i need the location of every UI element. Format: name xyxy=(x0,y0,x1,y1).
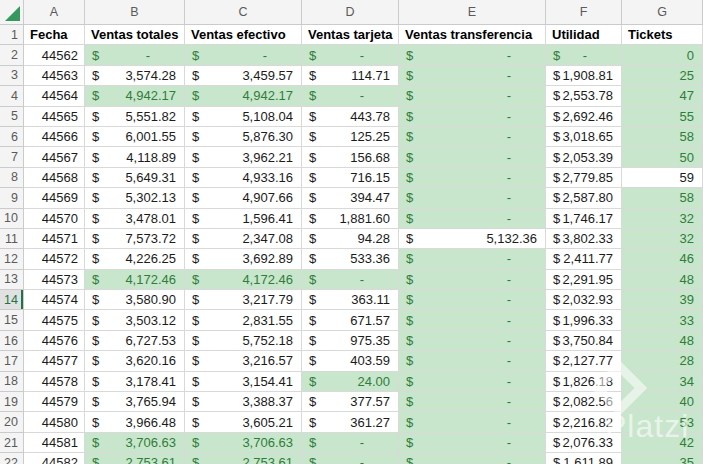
cell-D9[interactable]: $394.47 xyxy=(302,188,399,208)
cell-G14[interactable]: 39 xyxy=(622,290,703,310)
cell-E22[interactable]: $- xyxy=(399,453,546,464)
row-header-21[interactable]: 21 xyxy=(0,433,24,453)
cell-A17[interactable]: 44577 xyxy=(24,351,85,371)
cell-B9[interactable]: $5,302.13 xyxy=(85,188,185,208)
cell-D7[interactable]: $156.68 xyxy=(302,147,399,167)
row-header-19[interactable]: 19 xyxy=(0,392,24,412)
cell-A13[interactable]: 44573 xyxy=(24,270,85,290)
cell-F12[interactable]: $2,411.77 xyxy=(546,249,622,269)
cell-B18[interactable]: $3,178.41 xyxy=(85,372,185,392)
cell-G10[interactable]: 32 xyxy=(622,209,703,229)
cell-F1[interactable]: Utilidad xyxy=(546,25,622,45)
cell-F19[interactable]: $2,082.56 xyxy=(546,392,622,412)
row-header-18[interactable]: 18 xyxy=(0,372,24,392)
cell-F11[interactable]: $3,802.33 xyxy=(546,229,622,249)
cell-B20[interactable]: $3,966.48 xyxy=(85,412,185,432)
cell-D17[interactable]: $403.59 xyxy=(302,351,399,371)
cell-F14[interactable]: $2,032.93 xyxy=(546,290,622,310)
cell-F13[interactable]: $2,291.95 xyxy=(546,270,622,290)
cell-G19[interactable]: 40 xyxy=(622,392,703,412)
cell-C22[interactable]: $2,753.61 xyxy=(185,453,302,464)
cell-A4[interactable]: 44564 xyxy=(24,86,85,106)
cell-C3[interactable]: $3,459.57 xyxy=(185,66,302,86)
cell-B12[interactable]: $4,226.25 xyxy=(85,249,185,269)
cell-G12[interactable]: 46 xyxy=(622,249,703,269)
cell-D4[interactable]: $- xyxy=(302,86,399,106)
col-header-F[interactable]: F xyxy=(546,0,622,25)
cell-E16[interactable]: $- xyxy=(399,331,546,351)
cell-C1[interactable]: Ventas efectivo xyxy=(185,25,302,45)
cell-C4[interactable]: $4,942.17 xyxy=(185,86,302,106)
cell-A10[interactable]: 44570 xyxy=(24,209,85,229)
cell-G16[interactable]: 48 xyxy=(622,331,703,351)
row-header-13[interactable]: 13 xyxy=(0,270,24,290)
cell-F22[interactable]: $1,611.89 xyxy=(546,453,622,464)
cell-G3[interactable]: 25 xyxy=(622,66,703,86)
cell-F10[interactable]: $1,746.17 xyxy=(546,209,622,229)
cell-B2[interactable]: $- xyxy=(85,45,185,65)
cell-C21[interactable]: $3,706.63 xyxy=(185,433,302,453)
cell-B21[interactable]: $3,706.63 xyxy=(85,433,185,453)
cell-G9[interactable]: 58 xyxy=(622,188,703,208)
cell-A5[interactable]: 44565 xyxy=(24,107,85,127)
cell-A6[interactable]: 44566 xyxy=(24,127,85,147)
cell-C6[interactable]: $5,876.30 xyxy=(185,127,302,147)
cell-F20[interactable]: $2,216.82 xyxy=(546,412,622,432)
cell-D6[interactable]: $125.25 xyxy=(302,127,399,147)
cell-A7[interactable]: 44567 xyxy=(24,147,85,167)
cell-E6[interactable]: $- xyxy=(399,127,546,147)
cell-G21[interactable]: 42 xyxy=(622,433,703,453)
cell-E1[interactable]: Ventas transferencia xyxy=(399,25,546,45)
cell-G1[interactable]: Tickets xyxy=(622,25,703,45)
cell-D10[interactable]: $1,881.60 xyxy=(302,209,399,229)
cell-A2[interactable]: 44562 xyxy=(24,45,85,65)
cell-C5[interactable]: $5,108.04 xyxy=(185,107,302,127)
row-header-10[interactable]: 10 xyxy=(0,209,24,229)
col-header-E[interactable]: E xyxy=(399,0,546,25)
row-header-20[interactable]: 20 xyxy=(0,412,24,432)
cell-A11[interactable]: 44571 xyxy=(24,229,85,249)
cell-D16[interactable]: $975.35 xyxy=(302,331,399,351)
cell-B11[interactable]: $7,573.72 xyxy=(85,229,185,249)
cell-F7[interactable]: $2,053.39 xyxy=(546,147,622,167)
cell-A15[interactable]: 44575 xyxy=(24,310,85,330)
row-header-5[interactable]: 5 xyxy=(0,107,24,127)
cell-A18[interactable]: 44578 xyxy=(24,372,85,392)
cell-E3[interactable]: $- xyxy=(399,66,546,86)
cell-B19[interactable]: $3,765.94 xyxy=(85,392,185,412)
cell-F4[interactable]: $2,553.78 xyxy=(546,86,622,106)
cell-E8[interactable]: $- xyxy=(399,168,546,188)
col-header-D[interactable]: D xyxy=(302,0,399,25)
cell-A16[interactable]: 44576 xyxy=(24,331,85,351)
cell-D13[interactable]: $- xyxy=(302,270,399,290)
cell-A8[interactable]: 44568 xyxy=(24,168,85,188)
row-header-7[interactable]: 7 xyxy=(0,147,24,167)
cell-E20[interactable]: $- xyxy=(399,412,546,432)
cell-E4[interactable]: $- xyxy=(399,86,546,106)
cell-F3[interactable]: $1,908.81 xyxy=(546,66,622,86)
cell-B15[interactable]: $3,503.12 xyxy=(85,310,185,330)
row-header-4[interactable]: 4 xyxy=(0,86,24,106)
cell-E7[interactable]: $- xyxy=(399,147,546,167)
select-all-corner[interactable] xyxy=(0,0,24,25)
row-header-11[interactable]: 11 xyxy=(0,229,24,249)
cell-D8[interactable]: $716.15 xyxy=(302,168,399,188)
cell-F21[interactable]: $2,076.33 xyxy=(546,433,622,453)
cell-C13[interactable]: $4,172.46 xyxy=(185,270,302,290)
cell-G15[interactable]: 33 xyxy=(622,310,703,330)
cell-C8[interactable]: $4,933.16 xyxy=(185,168,302,188)
cell-A9[interactable]: 44569 xyxy=(24,188,85,208)
cell-G20[interactable]: 53 xyxy=(622,412,703,432)
cell-B6[interactable]: $6,001.55 xyxy=(85,127,185,147)
cell-G5[interactable]: 55 xyxy=(622,107,703,127)
cell-E5[interactable]: $- xyxy=(399,107,546,127)
cell-D22[interactable]: $- xyxy=(302,453,399,464)
cell-A19[interactable]: 44579 xyxy=(24,392,85,412)
cell-B10[interactable]: $3,478.01 xyxy=(85,209,185,229)
col-header-B[interactable]: B xyxy=(85,0,185,25)
cell-B17[interactable]: $3,620.16 xyxy=(85,351,185,371)
cell-F17[interactable]: $2,127.77 xyxy=(546,351,622,371)
cell-B16[interactable]: $6,727.53 xyxy=(85,331,185,351)
cell-C14[interactable]: $3,217.79 xyxy=(185,290,302,310)
cell-F5[interactable]: $2,692.46 xyxy=(546,107,622,127)
